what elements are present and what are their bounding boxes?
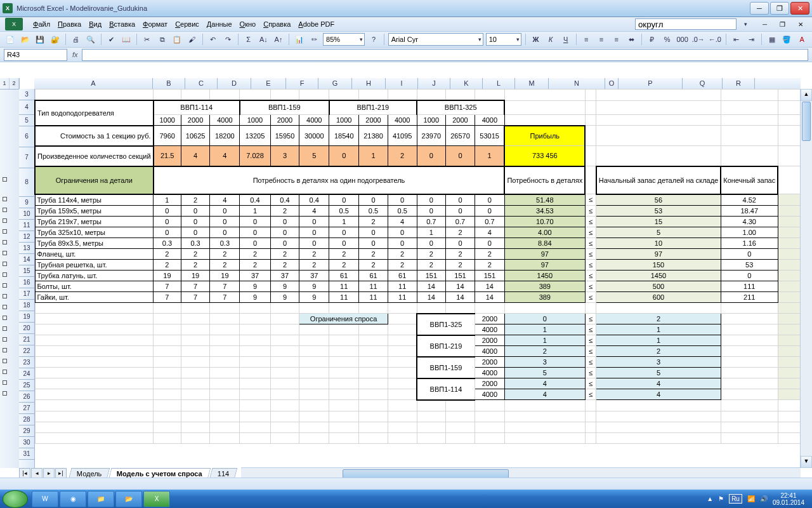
app-icon[interactable]: X	[5, 18, 23, 30]
help-icon[interactable]: ?	[367, 32, 380, 46]
menu-Справка[interactable]: Справка	[259, 19, 294, 29]
doc-minimize-button[interactable]: ─	[759, 20, 771, 29]
font-combo[interactable]: Arial Cyr	[388, 33, 483, 46]
menu-bar: X ФайлПравкаВидВставкаФорматСервисДанные…	[0, 17, 812, 32]
doc-close-button[interactable]: ✕	[794, 20, 807, 29]
font-color-icon[interactable]: A	[796, 32, 808, 46]
sort-asc-icon[interactable]: A↓	[258, 32, 270, 46]
dec-decimal-icon[interactable]: ←.0	[708, 32, 722, 46]
close-button[interactable]: ✕	[790, 2, 809, 15]
fx-icon[interactable]: fx	[72, 51, 78, 58]
sort-desc-icon[interactable]: A↑	[272, 32, 285, 46]
paste-icon[interactable]: 📋	[171, 32, 183, 46]
drawing-icon[interactable]: ✏	[308, 32, 320, 46]
minimize-button[interactable]: ─	[750, 2, 769, 15]
open-icon[interactable]: 📂	[19, 32, 32, 46]
menu-Файл[interactable]: Файл	[29, 19, 54, 29]
help-search-input[interactable]	[635, 18, 737, 30]
menu-Данные[interactable]: Данные	[203, 19, 236, 29]
window-title: Microsoft Excel - Modelirovanie_Gudukina	[16, 4, 749, 12]
dec-indent-icon[interactable]: ⇤	[730, 32, 743, 46]
save-icon[interactable]: 💾	[34, 32, 46, 46]
formula-input[interactable]	[82, 49, 808, 61]
fill-color-icon[interactable]: 🪣	[781, 32, 794, 46]
preview-icon[interactable]: 🔍	[84, 32, 97, 46]
borders-icon[interactable]: ▦	[766, 32, 778, 46]
research-icon[interactable]: 📖	[120, 32, 133, 46]
underline-icon[interactable]: Ч	[560, 32, 572, 46]
menu-Вставка[interactable]: Вставка	[105, 19, 139, 29]
chart-icon[interactable]: 📊	[293, 32, 306, 46]
menu-Правка[interactable]: Правка	[54, 19, 85, 29]
menu-Сервис[interactable]: Сервис	[171, 19, 203, 29]
menu-Вид[interactable]: Вид	[85, 19, 105, 29]
currency-icon[interactable]: ₽	[646, 32, 658, 46]
redo-icon[interactable]: ↷	[221, 32, 234, 46]
comma-icon[interactable]: 000	[676, 32, 688, 46]
align-center-icon[interactable]: ≡	[595, 32, 608, 46]
search-dropdown-icon[interactable]: ▾	[740, 20, 751, 29]
menu-Adobe PDF[interactable]: Adobe PDF	[294, 19, 338, 29]
permission-icon[interactable]: 🔐	[49, 32, 62, 46]
cut-icon[interactable]: ✂	[141, 32, 154, 46]
new-icon[interactable]: 📄	[4, 32, 16, 46]
name-box[interactable]: R43	[4, 49, 67, 61]
formula-bar: R43 fx	[0, 48, 812, 62]
menu-Окно[interactable]: Окно	[236, 19, 260, 29]
menu-Формат[interactable]: Формат	[139, 19, 171, 29]
excel-icon: X	[3, 3, 13, 13]
autosum-icon[interactable]: Σ	[242, 32, 255, 46]
align-left-icon[interactable]: ≡	[580, 32, 593, 46]
spell-icon[interactable]: ✔	[105, 32, 118, 46]
inc-indent-icon[interactable]: ⇥	[745, 32, 757, 46]
print-icon[interactable]: 🖨	[70, 32, 82, 46]
zoom-combo[interactable]: 85%	[323, 33, 365, 46]
standard-toolbar: 📄 📂 💾 🔐 🖨 🔍 ✔ 📖 ✂ ⧉ 📋 🖌 ↶ ↷ Σ A↓ A↑ 📊 ✏ …	[0, 32, 812, 48]
maximize-button[interactable]: ❐	[770, 2, 789, 15]
merge-icon[interactable]: ⬌	[625, 32, 638, 46]
title-bar: X Microsoft Excel - Modelirovanie_Guduki…	[0, 0, 812, 17]
italic-icon[interactable]: К	[544, 32, 557, 46]
percent-icon[interactable]: %	[661, 32, 674, 46]
fontsize-combo[interactable]: 10	[486, 33, 521, 46]
bold-icon[interactable]: Ж	[530, 32, 542, 46]
copy-icon[interactable]: ⧉	[156, 32, 169, 46]
inc-decimal-icon[interactable]: .0→	[691, 32, 705, 46]
doc-restore-button[interactable]: ❐	[776, 20, 789, 29]
align-right-icon[interactable]: ≡	[610, 32, 623, 46]
undo-icon[interactable]: ↶	[207, 32, 219, 46]
format-painter-icon[interactable]: 🖌	[186, 32, 199, 46]
